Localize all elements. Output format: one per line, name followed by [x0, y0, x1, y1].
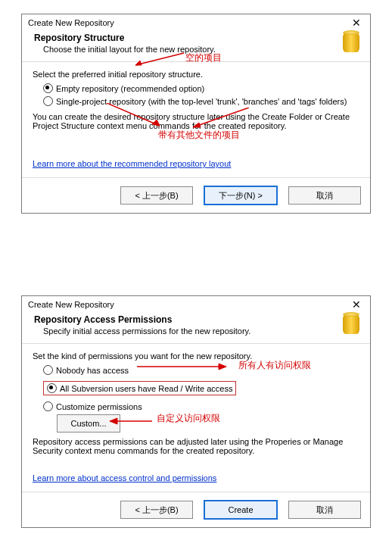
radio-single-project[interactable]: Single-project repository (with the top-… [43, 96, 359, 106]
dialog-body: Set the kind of permissions you want for… [22, 344, 370, 492]
next-button[interactable]: 下一步(N) > [204, 186, 278, 205]
database-icon [343, 314, 359, 334]
button-bar: < 上一步(B) 下一步(N) > 取消 [22, 177, 370, 213]
close-icon[interactable]: ✕ [347, 299, 366, 310]
learn-more-link[interactable]: Learn more about access control and perm… [33, 473, 216, 482]
radio-icon [43, 401, 53, 411]
annotation-other-files: 带有其他文件的项目 [158, 129, 240, 142]
learn-more-link[interactable]: Learn more about the recommended reposit… [33, 159, 231, 168]
header-title: Repository Access Permissions [34, 314, 358, 325]
header: Repository Structure Choose the initial … [22, 31, 370, 61]
window-title: Create New Repository [28, 18, 114, 27]
database-icon [343, 33, 359, 52]
radio-nobody-access[interactable]: Nobody has access [43, 365, 359, 375]
radio-customize-permissions[interactable]: Customize permissions [43, 401, 359, 411]
radio-icon [43, 365, 53, 375]
header-subtitle: Choose the initial layout for the new re… [43, 45, 358, 54]
radio-label: All Subversion users have Read / Write a… [60, 384, 232, 393]
radio-empty-repo[interactable]: Empty repository (recommended option) [43, 83, 359, 93]
note-text: You can create the desired repository st… [33, 112, 359, 130]
window-title: Create New Repository [28, 300, 114, 309]
cancel-button[interactable]: 取消 [288, 501, 361, 519]
radio-icon [43, 96, 53, 106]
radio-label: Single-project repository (with the top-… [56, 97, 347, 106]
radio-label: Nobody has access [56, 366, 129, 375]
back-button[interactable]: < 上一步(B) [120, 501, 193, 519]
note-text: Repository access permissions can be adj… [33, 437, 359, 455]
close-icon[interactable]: ✕ [347, 17, 366, 28]
dialog-access-permissions: Create New Repository ✕ Repository Acces… [21, 295, 371, 528]
titlebar: Create New Repository ✕ [22, 14, 370, 31]
button-bar: < 上一步(B) Create 取消 [22, 492, 370, 527]
header-title: Repository Structure [34, 33, 358, 43]
back-button[interactable]: < 上一步(B) [120, 186, 193, 205]
radio-icon [47, 383, 57, 393]
instruction-text: Set the kind of permissions you want for… [33, 351, 359, 361]
instruction-text: Select the preferred initial repository … [33, 70, 359, 79]
dialog-body: Select the preferred initial repository … [22, 62, 370, 177]
radio-label: Empty repository (recommended option) [56, 84, 204, 93]
cancel-button[interactable]: 取消 [288, 186, 361, 205]
custom-button[interactable]: Custom... [57, 414, 120, 433]
header-subtitle: Specify initial access permissions for t… [43, 326, 358, 336]
radio-all-users-access[interactable]: All Subversion users have Read / Write a… [43, 381, 236, 395]
create-button[interactable]: Create [204, 500, 278, 520]
header: Repository Access Permissions Specify in… [22, 313, 370, 343]
radio-icon [43, 83, 53, 93]
radio-label: Customize permissions [56, 402, 142, 411]
titlebar: Create New Repository ✕ [22, 296, 370, 313]
dialog-repo-structure: Create New Repository ✕ Repository Struc… [21, 14, 371, 214]
